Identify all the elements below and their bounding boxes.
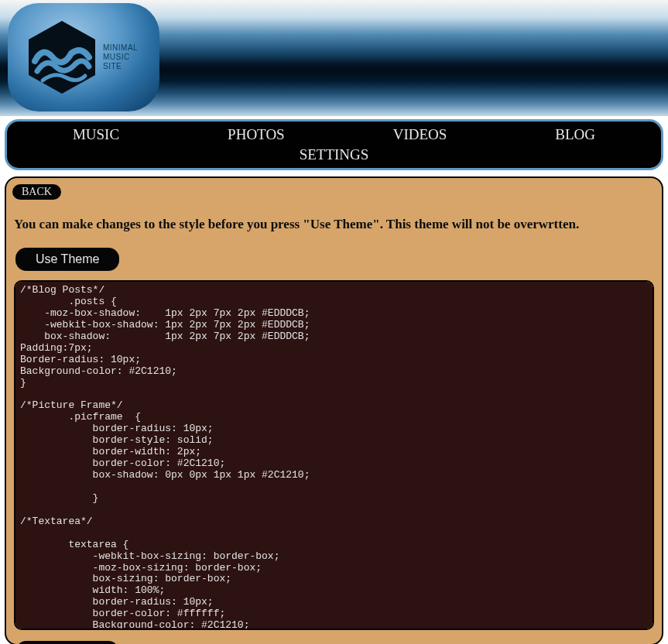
wave-hex-icon [23, 19, 101, 96]
nav-music[interactable]: MUSIC [19, 125, 173, 145]
nav-settings[interactable]: SETTINGS [245, 145, 423, 165]
content-panel: BACK You can make changes to the style b… [5, 176, 663, 644]
logo-mark [17, 13, 106, 102]
header-band: MINIMAL MUSIC SITE [0, 0, 668, 116]
logo-text-line2: MUSIC [103, 53, 138, 62]
use-theme-button-top[interactable]: Use Theme [15, 248, 119, 271]
panel-title: You can make changes to the style before… [14, 217, 656, 232]
logo-text: MINIMAL MUSIC SITE [103, 43, 138, 71]
logo-text-line1: MINIMAL [103, 43, 138, 53]
nav-photos[interactable]: PHOTOS [173, 125, 339, 145]
nav-row-2: SETTINGS [7, 145, 661, 165]
back-button[interactable]: BACK [12, 184, 61, 200]
logo-text-line3: SITE [103, 62, 138, 71]
nav-bar: MUSIC PHOTOS VIDEOS BLOG SETTINGS [5, 119, 663, 170]
nav-row-1: MUSIC PHOTOS VIDEOS BLOG [7, 125, 661, 145]
css-editor[interactable] [14, 280, 654, 630]
logo-badge[interactable]: MINIMAL MUSIC SITE [8, 3, 159, 111]
nav-videos[interactable]: VIDEOS [339, 125, 502, 145]
use-theme-button-bottom[interactable]: Use Theme [15, 641, 119, 644]
nav-blog[interactable]: BLOG [501, 125, 649, 145]
